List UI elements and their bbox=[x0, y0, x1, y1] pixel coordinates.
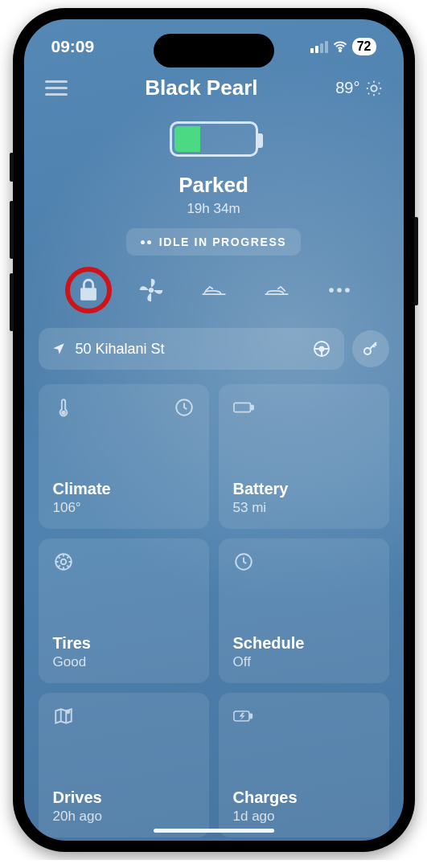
volume-up-button bbox=[10, 201, 14, 259]
trunk-button[interactable] bbox=[260, 273, 294, 307]
svg-rect-11 bbox=[233, 403, 249, 411]
tile-sub: 106° bbox=[53, 500, 195, 516]
svg-point-7 bbox=[319, 347, 323, 351]
tile-grid: Climate 106° Battery 53 mi bbox=[24, 370, 404, 841]
tile-climate[interactable]: Climate 106° bbox=[39, 384, 209, 529]
svg-rect-12 bbox=[251, 405, 253, 410]
clock-icon bbox=[174, 397, 195, 418]
fan-icon bbox=[138, 276, 165, 304]
tile-battery[interactable]: Battery 53 mi bbox=[219, 384, 389, 529]
tile-label: Charges bbox=[233, 788, 375, 807]
more-button[interactable] bbox=[322, 273, 356, 307]
svg-rect-18 bbox=[249, 714, 252, 718]
svg-point-9 bbox=[62, 411, 64, 414]
outside-temp: 89° bbox=[335, 79, 359, 97]
key-icon bbox=[361, 339, 380, 358]
thermometer-icon bbox=[53, 397, 74, 418]
power-button bbox=[414, 217, 418, 305]
clock-icon bbox=[233, 551, 254, 572]
charge-icon bbox=[233, 706, 254, 727]
idle-banner[interactable]: IDLE IN PROGRESS bbox=[126, 228, 302, 256]
tile-label: Drives bbox=[53, 788, 195, 807]
map-icon bbox=[53, 706, 74, 727]
dynamic-island bbox=[154, 34, 274, 68]
tile-sub: Off bbox=[233, 654, 375, 670]
wifi-icon bbox=[332, 39, 348, 55]
address-text: 50 Kihalani St bbox=[76, 341, 165, 358]
svg-point-1 bbox=[371, 85, 376, 91]
vehicle-title: Black Pearl bbox=[68, 76, 336, 100]
volume-down-button bbox=[10, 273, 14, 331]
navigate-icon bbox=[51, 342, 66, 356]
battery-icon bbox=[233, 397, 254, 418]
status-duration: 19h 34m bbox=[24, 201, 404, 217]
tire-icon bbox=[53, 551, 74, 572]
tile-label: Schedule bbox=[233, 634, 375, 653]
battery-pct: 72 bbox=[357, 39, 372, 54]
clock: 09:09 bbox=[51, 37, 95, 56]
svg-point-5 bbox=[345, 288, 350, 293]
side-button bbox=[10, 153, 14, 182]
svg-point-4 bbox=[337, 288, 342, 293]
more-icon bbox=[326, 276, 353, 304]
lock-button[interactable] bbox=[72, 273, 105, 307]
screen: 09:09 72 Black Pearl 89° bbox=[24, 19, 404, 841]
vehicle-battery-graphic bbox=[24, 121, 404, 157]
battery-pill: 72 bbox=[352, 38, 376, 55]
tile-sub: Good bbox=[53, 654, 195, 670]
tile-charges[interactable]: Charges 1d ago bbox=[219, 693, 389, 837]
menu-icon[interactable] bbox=[45, 76, 68, 100]
svg-point-0 bbox=[339, 50, 341, 51]
phone-frame: 09:09 72 Black Pearl 89° bbox=[13, 8, 415, 852]
status-state: Parked bbox=[24, 173, 404, 198]
tile-schedule[interactable]: Schedule Off bbox=[219, 538, 389, 683]
idle-banner-text: IDLE IN PROGRESS bbox=[159, 235, 287, 248]
svg-point-14 bbox=[60, 559, 66, 565]
tile-label: Tires bbox=[53, 634, 195, 653]
tile-label: Climate bbox=[53, 480, 195, 498]
tile-sub: 53 mi bbox=[233, 500, 375, 516]
status-right: 72 bbox=[310, 37, 376, 56]
vehicle-status: Parked 19h 34m bbox=[24, 173, 404, 217]
control-row bbox=[24, 273, 404, 307]
frunk-button[interactable] bbox=[197, 273, 231, 307]
dots-icon bbox=[141, 240, 151, 244]
weather-area[interactable]: 89° bbox=[335, 79, 382, 97]
address-row: 50 Kihalani St bbox=[39, 328, 389, 370]
svg-point-16 bbox=[65, 710, 69, 714]
tile-tires[interactable]: Tires Good bbox=[39, 538, 209, 683]
lock-icon bbox=[75, 276, 102, 304]
tile-sub: 20h ago bbox=[53, 809, 195, 825]
tile-label: Battery bbox=[233, 480, 375, 498]
steering-icon bbox=[312, 339, 331, 358]
tile-drives[interactable]: Drives 20h ago bbox=[39, 693, 209, 837]
frunk-icon bbox=[200, 276, 228, 304]
svg-point-2 bbox=[148, 288, 153, 293]
svg-point-3 bbox=[329, 288, 334, 293]
climate-button[interactable] bbox=[134, 273, 168, 307]
trunk-icon bbox=[263, 276, 290, 304]
tile-sub: 1d ago bbox=[233, 809, 375, 825]
cellular-signal-icon bbox=[310, 41, 328, 53]
svg-point-8 bbox=[364, 348, 371, 354]
battery-icon bbox=[170, 121, 258, 157]
address-pill[interactable]: 50 Kihalani St bbox=[39, 328, 344, 370]
key-button[interactable] bbox=[352, 330, 389, 367]
sun-icon bbox=[365, 80, 383, 97]
home-indicator[interactable] bbox=[154, 829, 274, 833]
